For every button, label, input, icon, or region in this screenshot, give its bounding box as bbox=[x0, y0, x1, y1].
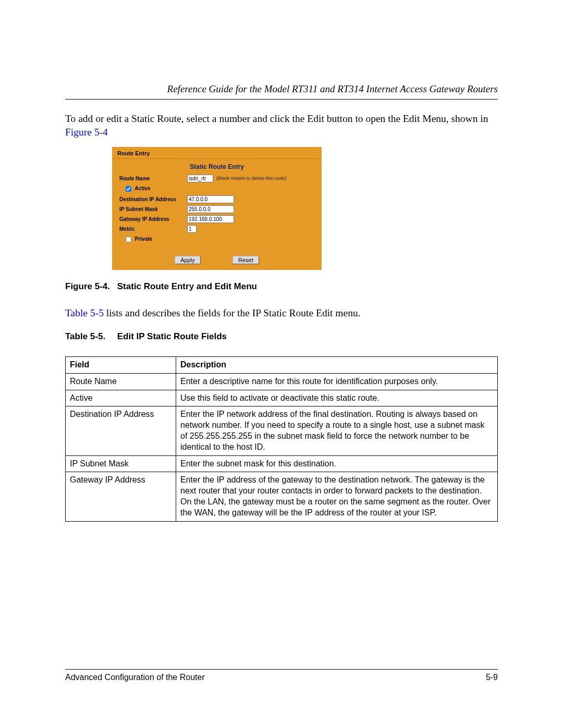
table-cell-desc: Enter the IP address of the gateway to t… bbox=[176, 472, 498, 521]
panel-header: Route Entry bbox=[112, 147, 322, 159]
reset-button[interactable]: Reset bbox=[232, 256, 259, 264]
table-cell-desc: Use this field to activate or deactivate… bbox=[176, 390, 498, 406]
active-checkbox[interactable] bbox=[126, 186, 131, 192]
panel-title: Static Route Entry bbox=[112, 159, 322, 175]
intro-paragraph: To add or edit a Static Route, select a … bbox=[65, 112, 498, 140]
document-header-title: Reference Guide for the Model RT311 and … bbox=[65, 83, 498, 100]
table-row: Gateway IP Address Enter the IP address … bbox=[66, 472, 498, 521]
subnet-label: IP Subnet Mask bbox=[119, 206, 187, 212]
table-caption: Table 5-5. Edit IP Static Route Fields bbox=[65, 331, 498, 342]
table-cell-desc: Enter a descriptive name for this route … bbox=[176, 373, 498, 390]
apply-button[interactable]: Apply bbox=[175, 256, 201, 264]
table-cell-field: Active bbox=[66, 390, 176, 406]
table-link[interactable]: Table 5-5 bbox=[65, 307, 104, 318]
private-label: Private bbox=[135, 236, 152, 242]
table-row: IP Subnet Mask Enter the subnet mask for… bbox=[66, 455, 498, 472]
private-label-wrap: Private bbox=[119, 235, 191, 244]
table-row: Route Name Enter a descriptive name for … bbox=[66, 373, 498, 390]
table-row: Active Use this field to activate or dea… bbox=[66, 390, 498, 406]
table-header-desc: Description bbox=[176, 356, 498, 373]
gateway-label: Gateway IP Address bbox=[119, 216, 187, 222]
table-cell-field: IP Subnet Mask bbox=[66, 455, 176, 472]
route-name-hint: (Blank means to delete this route) bbox=[216, 176, 287, 181]
table-header-field: Field bbox=[66, 356, 176, 373]
metric-input[interactable] bbox=[187, 225, 197, 233]
figure-caption-text: Static Route Entry and Edit Menu bbox=[117, 281, 257, 291]
private-checkbox[interactable] bbox=[126, 237, 131, 242]
table-caption-number: Table 5-5. bbox=[65, 331, 115, 342]
route-name-input[interactable] bbox=[187, 175, 213, 182]
table-cell-desc: Enter the subnet mask for this destinati… bbox=[176, 455, 498, 472]
active-label: Active bbox=[134, 186, 150, 191]
fields-table: Field Description Route Name Enter a des… bbox=[65, 356, 498, 522]
figure-5-4: Route Entry Static Route Entry Route Nam… bbox=[112, 147, 498, 270]
intro-text: To add or edit a Static Route, select a … bbox=[65, 113, 488, 124]
footer-page-number: 5-9 bbox=[486, 673, 498, 682]
metric-label: Metric bbox=[119, 226, 187, 232]
table-cell-field: Route Name bbox=[66, 373, 176, 390]
table-cell-desc: Enter the IP network address of the fina… bbox=[176, 406, 498, 455]
route-entry-panel: Route Entry Static Route Entry Route Nam… bbox=[112, 147, 322, 270]
page-footer: Advanced Configuration of the Router 5-9 bbox=[65, 669, 498, 682]
figure-link[interactable]: Figure 5-4 bbox=[65, 127, 108, 138]
table-caption-text: Edit IP Static Route Fields bbox=[117, 331, 227, 341]
figure-caption: Figure 5-4. Static Route Entry and Edit … bbox=[65, 281, 498, 292]
figure-caption-number: Figure 5-4. bbox=[65, 281, 115, 292]
subnet-input[interactable] bbox=[187, 205, 234, 213]
dest-ip-input[interactable] bbox=[187, 195, 234, 203]
table-cell-field: Gateway IP Address bbox=[66, 472, 176, 521]
post-figure-text: lists and describes the fields for the I… bbox=[104, 307, 361, 318]
footer-left: Advanced Configuration of the Router bbox=[65, 673, 205, 682]
dest-ip-label: Destination IP Address bbox=[119, 196, 187, 202]
gateway-input[interactable] bbox=[187, 215, 234, 223]
table-row: Destination IP Address Enter the IP netw… bbox=[66, 406, 498, 455]
table-cell-field: Destination IP Address bbox=[66, 406, 176, 455]
post-figure-paragraph: Table 5-5 lists and describes the fields… bbox=[65, 306, 498, 320]
active-label-wrap: Active bbox=[119, 184, 191, 193]
route-name-label: Route Name bbox=[119, 176, 187, 181]
